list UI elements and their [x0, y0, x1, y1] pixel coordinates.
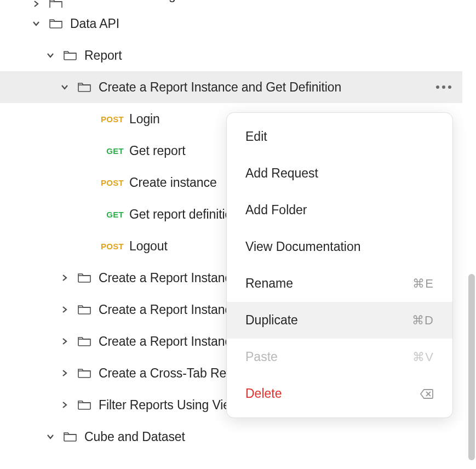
tree-item-label: Create a Report Instance and Get Definit…	[99, 80, 341, 95]
folder-icon	[78, 367, 91, 379]
menu-item-label: Rename	[245, 276, 293, 291]
folder-icon	[49, 0, 62, 8]
tree-item-label: Datasource Management	[70, 0, 210, 3]
chevron-down-icon	[59, 82, 70, 93]
menu-item-label: Add Request	[245, 166, 318, 181]
menu-item-label: Edit	[245, 129, 267, 144]
keyboard-shortcut: ⌘E	[412, 277, 434, 291]
folder-icon	[78, 335, 91, 347]
chevron-right-icon	[59, 399, 70, 410]
tree-item-label: Get report definition	[129, 207, 239, 222]
menu-item-label: Paste	[245, 350, 278, 364]
tree-item-datasource-management[interactable]: Datasource Management	[0, 0, 462, 8]
chevron-right-icon	[59, 272, 70, 283]
tree-item-label: Get report	[129, 144, 186, 158]
chevron-right-icon	[59, 304, 70, 315]
menu-item-edit[interactable]: Edit	[227, 118, 452, 155]
menu-item-paste: Paste ⌘V	[227, 339, 452, 375]
chevron-down-icon	[31, 18, 42, 29]
context-menu: Edit Add Request Add Folder View Documen…	[226, 112, 453, 418]
chevron-right-icon	[59, 368, 70, 379]
folder-icon	[78, 399, 91, 411]
folder-icon	[64, 431, 77, 443]
tree-item-label: Logout	[129, 239, 168, 254]
tree-item-report[interactable]: Report	[0, 39, 462, 71]
method-badge-post: POST	[98, 115, 124, 124]
folder-icon	[78, 81, 91, 93]
menu-item-rename[interactable]: Rename ⌘E	[227, 265, 452, 302]
tree-item-cube-and-dataset[interactable]: Cube and Dataset	[0, 421, 462, 453]
keyboard-shortcut: ⌘V	[412, 350, 434, 364]
method-badge-get: GET	[98, 210, 124, 219]
tree-item-label: Create a Report Instance	[99, 334, 238, 349]
tree-item-label: Create a Report Instance	[99, 302, 238, 317]
menu-item-label: Delete	[245, 386, 282, 401]
menu-item-view-documentation[interactable]: View Documentation	[227, 228, 452, 265]
folder-icon	[78, 304, 91, 316]
menu-item-label: View Documentation	[245, 239, 361, 254]
menu-item-delete[interactable]: Delete	[227, 375, 452, 412]
more-options-button[interactable]	[436, 85, 451, 89]
tree-item-label: Login	[129, 112, 160, 127]
method-badge-post: POST	[98, 178, 124, 187]
menu-item-add-request[interactable]: Add Request	[227, 155, 452, 192]
tree-item-label: Data API	[70, 16, 119, 31]
menu-item-label: Add Folder	[245, 203, 307, 218]
keyboard-shortcut: ⌘D	[412, 313, 434, 328]
folder-icon	[78, 272, 91, 284]
backspace-delete-icon	[420, 388, 434, 399]
tree-item-label: Create a Report Instance	[99, 271, 238, 285]
tree-item-label: Report	[84, 48, 122, 63]
tree-item-data-api[interactable]: Data API	[0, 8, 462, 39]
chevron-right-icon	[59, 336, 70, 347]
chevron-down-icon	[45, 50, 56, 61]
method-badge-get: GET	[98, 146, 124, 156]
tree-item-create-report-instance-get-definition[interactable]: Create a Report Instance and Get Definit…	[0, 71, 462, 103]
folder-icon	[49, 18, 62, 30]
menu-item-add-folder[interactable]: Add Folder	[227, 192, 452, 228]
tree-item-label: Cube and Dataset	[84, 430, 185, 444]
tree-item-label: Create a Cross-Tab Report	[99, 366, 248, 381]
folder-icon	[64, 49, 77, 61]
chevron-right-icon	[31, 0, 42, 8]
menu-item-duplicate[interactable]: Duplicate ⌘D	[227, 302, 452, 339]
tree-item-label: Create instance	[129, 175, 217, 190]
chevron-down-icon	[45, 431, 56, 442]
method-badge-post: POST	[98, 242, 124, 251]
scrollbar-thumb[interactable]	[468, 274, 475, 460]
menu-item-label: Duplicate	[245, 313, 298, 328]
